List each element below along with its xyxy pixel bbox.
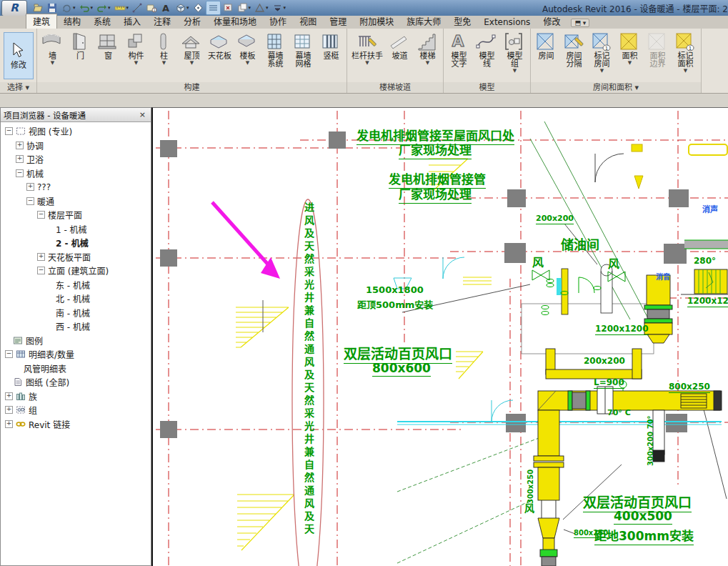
tag-area-button[interactable]: 1标记 面积▼ [672,30,699,74]
ceiling-button[interactable]: 天花板 [206,30,234,60]
tree-item-???[interactable]: +??? [1,180,151,194]
collapse-icon[interactable]: − [5,350,13,358]
tab-插入[interactable]: 插入 [117,14,147,29]
door-button[interactable]: 门 [66,30,94,60]
ribbon-display-toggle[interactable]: ⬒ ▾ [571,19,589,27]
column-button[interactable]: 柱▼ [150,30,178,66]
modify-button[interactable]: 修改 [4,32,34,79]
tree-item-南 - 机械[interactable]: 南 - 机械 [1,306,151,320]
tree-item-族[interactable]: +族 [1,389,151,404]
component-button[interactable]: 构件▼ [122,30,150,66]
tree-item-卫浴[interactable]: +卫浴 [1,152,151,167]
tree-item-图例[interactable]: 图例 [1,334,151,348]
tree-item-组[interactable]: +组 [1,403,151,417]
customize-qat-icon[interactable]: ▾ [271,1,288,14]
switch-windows-icon[interactable]: ▾ [236,1,253,14]
tree-item-协调[interactable]: +协调 [1,139,151,153]
thin-lines-icon[interactable] [206,1,221,15]
collapse-icon[interactable]: − [5,127,13,135]
save-icon[interactable] [46,1,59,14]
section-icon[interactable] [191,1,205,14]
window-button[interactable]: 窗 [94,30,122,60]
aligned-dimension-icon[interactable] [131,1,144,14]
measure-icon[interactable]: ▾ [113,1,131,14]
ramp-button[interactable]: 坡道 [386,30,414,60]
model-line-button[interactable]: 模型 线 [473,30,501,68]
mullion-button[interactable]: 竖梃 [317,30,345,60]
tree-item-图纸 (全部)[interactable]: 图纸 (全部) [1,375,151,389]
area-button[interactable]: 面积▼ [616,30,644,66]
expand-icon[interactable]: + [37,253,45,261]
tab-体量和场地[interactable]: 体量和场地 [207,14,263,29]
room-separator-button[interactable]: 房间 分隔 [560,30,588,68]
collapse-icon[interactable]: − [37,211,45,219]
select-panel-label[interactable]: 选择 ▾ [0,82,36,93]
tree-item-1 - 机械[interactable]: 1 - 机械 [1,222,151,237]
model-text-button[interactable]: A模型 文字 [445,30,473,68]
tree-item-东 - 机械[interactable]: 东 - 机械 [1,278,151,292]
tab-管理[interactable]: 管理 [323,14,353,29]
panel-label-构建[interactable]: 构建 [37,82,346,93]
panel-label-模型[interactable]: 模型 [444,82,530,93]
wall-button[interactable]: 墙▼ [39,30,66,66]
open-file-icon[interactable] [31,1,45,14]
expand-icon[interactable]: + [5,420,13,428]
panel-label-楼梯坡道[interactable]: 楼梯坡道 [347,82,443,93]
tab-结构[interactable]: 结构 [57,14,87,29]
tab-修改[interactable]: 修改 [537,14,567,29]
collapse-icon[interactable]: − [37,267,45,274]
tab-分析[interactable]: 分析 [177,14,207,29]
panel-label-房间和面积[interactable]: 房间和面积 ▾ [531,82,701,93]
tab-视图[interactable]: 视图 [293,14,323,29]
tree-item-天花板平面[interactable]: +天花板平面 [1,250,151,264]
tab-建筑[interactable]: 建筑 [26,14,57,29]
redo-icon[interactable]: ▾ [95,1,112,14]
tree-item-明细表/数量[interactable]: −明细表/数量 [1,347,151,362]
roof-button[interactable]: 屋顶▼ [178,30,206,66]
expand-icon[interactable]: + [16,155,24,163]
tab-族库大师[interactable]: 族库大师 [400,14,447,29]
tree-item-视图 (专业)[interactable]: −视图 (专业) [1,124,151,139]
tab-注释[interactable]: 注释 [147,14,177,29]
floor-button[interactable]: 楼板▼ [234,30,261,66]
text-icon[interactable]: A [159,1,173,14]
expand-icon[interactable]: + [16,142,24,149]
tab-系统[interactable]: 系统 [87,14,117,29]
curtain-grid-button[interactable]: 幕墙 网格 [289,30,317,68]
drawing-area[interactable]: 进风及天然采光井兼自然通风及天然采光井兼自然通风及天 发电机排烟管接至屋面风口处… [151,107,728,566]
expand-icon[interactable]: + [5,406,13,414]
railing-button[interactable]: 栏杆扶手▼ [349,30,386,66]
undo-icon[interactable]: ▾ [78,1,95,14]
sync-icon[interactable]: ▾ [60,1,77,14]
room-button[interactable]: 房间 [532,30,560,60]
tag-room-button[interactable]: 1标记 房间▼ [588,30,616,74]
project-browser-header[interactable]: 项目浏览器 - 设备暖通 × [1,108,151,122]
expand-icon[interactable]: + [5,392,13,400]
tab-型免[interactable]: 型免 [447,14,477,29]
default-3d-view-icon[interactable]: ▾ [174,1,191,14]
tree-item-Revit 链接[interactable]: +Revit 链接 [1,417,151,432]
mullion-icon [319,31,341,52]
tree-item-立面 (建筑立面)[interactable]: −立面 (建筑立面) [1,264,151,278]
tree-item-北 - 机械[interactable]: 北 - 机械 [1,292,151,306]
expand-icon[interactable]: + [26,183,34,191]
tree-item-楼层平面[interactable]: −楼层平面 [1,208,151,222]
tree-item-2 - 机械[interactable]: 2 - 机械 [1,236,151,250]
close-icon[interactable]: × [137,110,148,119]
family-icon[interactable]: ▾ [253,1,270,14]
model-group-button[interactable]: 模型 组▼ [501,30,529,74]
tag-by-category-icon[interactable]: 1 [145,1,159,14]
collapse-icon[interactable]: − [26,197,34,205]
tab-Extensions[interactable]: Extensions [477,16,537,29]
curtain-system-button[interactable]: 幕墙 系统 [261,30,289,68]
tree-item-机械[interactable]: −机械 [1,167,151,181]
collapse-icon[interactable]: − [16,169,24,177]
application-menu-button[interactable]: R [1,0,27,16]
tree-item-风管明细表[interactable]: 风管明细表 [1,362,151,376]
stair-button[interactable]: 楼梯▼ [414,30,442,66]
tab-附加模块[interactable]: 附加模块 [353,14,400,29]
tree-item-西 - 机械[interactable]: 西 - 机械 [1,319,151,334]
close-hidden-windows-icon[interactable] [221,1,235,14]
tab-协作[interactable]: 协作 [263,14,293,29]
tree-item-暖通[interactable]: −暖通 [1,194,151,209]
